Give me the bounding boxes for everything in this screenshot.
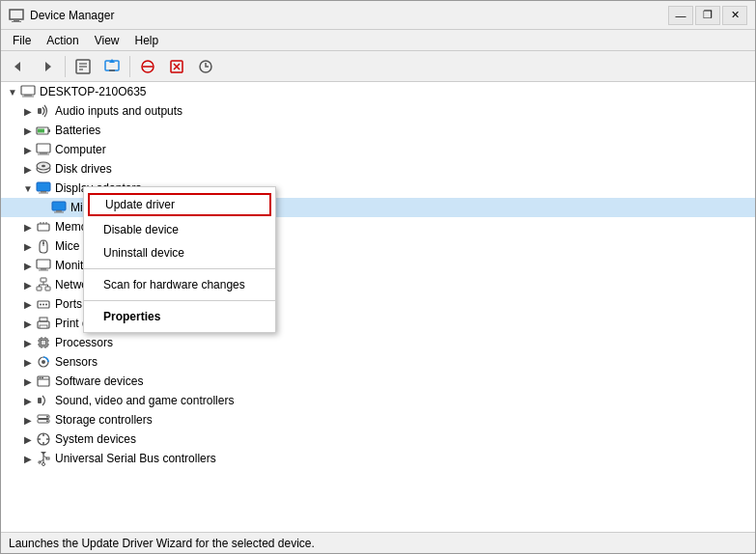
sensors-label: Sensors: [55, 355, 98, 369]
tree-item-software[interactable]: ▶ Software devices: [1, 372, 755, 391]
svg-rect-44: [41, 268, 46, 270]
svg-marker-4: [45, 62, 51, 71]
svg-rect-47: [37, 287, 42, 291]
menu-help[interactable]: Help: [127, 32, 167, 49]
svg-rect-48: [45, 287, 50, 291]
sound-label: Sound, video and game controllers: [55, 394, 234, 407]
svg-rect-37: [38, 224, 49, 231]
usb-label: Universal Serial Bus controllers: [55, 452, 216, 465]
tree-root[interactable]: ▼ DESKTOP-210O635: [1, 82, 755, 101]
svg-rect-2: [12, 21, 21, 22]
window-title: Device Manager: [30, 9, 668, 22]
network-icon: [36, 277, 51, 292]
print-expand: ▶: [20, 316, 36, 331]
status-bar: Launches the Update Driver Wizard for th…: [1, 532, 755, 553]
tree-item-sound[interactable]: ▶ Sound, video and game controllers: [1, 391, 755, 410]
svg-point-79: [46, 416, 48, 418]
context-menu: Update driver Disable device Uninstall d…: [83, 186, 276, 333]
system-icon: [36, 431, 51, 447]
device-manager-window: Device Manager — ❐ ✕ File Action View He…: [0, 0, 756, 554]
memory-expand: ▶: [20, 219, 36, 235]
menu-view[interactable]: View: [87, 32, 127, 49]
update-driver-button[interactable]: [98, 54, 126, 79]
processor-icon: [36, 335, 51, 350]
ctx-update-driver[interactable]: Update driver: [88, 193, 271, 216]
computer-icon: [20, 84, 36, 99]
svg-rect-46: [41, 278, 46, 282]
monitors-expand: ▶: [20, 258, 36, 273]
svg-rect-35: [56, 210, 62, 212]
system-label: System devices: [55, 432, 136, 446]
disk-expand: ▶: [20, 161, 36, 177]
ctx-disable-device[interactable]: Disable device: [84, 218, 275, 241]
print-icon: [36, 316, 51, 331]
menu-action[interactable]: Action: [39, 32, 86, 49]
svg-rect-43: [37, 260, 50, 268]
ctx-uninstall-device[interactable]: Uninstall device: [84, 241, 275, 264]
ctx-properties[interactable]: Properties: [84, 305, 275, 328]
software-expand: ▶: [20, 374, 36, 389]
properties-button[interactable]: [70, 54, 97, 79]
storage-icon: [36, 412, 51, 428]
svg-rect-0: [10, 10, 23, 19]
tree-item-system[interactable]: ▶ System devices: [1, 429, 755, 449]
mice-expand: ▶: [20, 238, 36, 254]
tree-item-audio[interactable]: ▶ Audio inputs and outputs: [1, 101, 755, 121]
scan-button[interactable]: [192, 54, 219, 79]
svg-point-56: [45, 304, 47, 306]
tree-item-batteries[interactable]: ▶ Batteries: [1, 121, 755, 140]
storage-expand: ▶: [20, 412, 36, 428]
svg-rect-58: [40, 318, 47, 321]
menu-file[interactable]: File: [5, 32, 39, 49]
monitors-icon: [36, 258, 51, 273]
svg-rect-34: [52, 202, 66, 210]
tree-item-usb[interactable]: ▶ Universal Serial Bus controllers: [1, 449, 755, 468]
tree-item-processors[interactable]: ▶ Processors: [1, 333, 755, 352]
computer-expand: ▶: [20, 142, 36, 157]
svg-rect-33: [39, 193, 48, 194]
svg-rect-76: [38, 398, 42, 403]
ctx-update-driver-label: Update driver: [105, 198, 175, 211]
computer-label: Computer: [55, 143, 106, 156]
svg-rect-31: [37, 182, 50, 191]
ports-expand: ▶: [20, 296, 36, 312]
usb-icon: [36, 451, 51, 466]
batteries-label: Batteries: [55, 124, 100, 137]
ctx-disable-label: Disable device: [103, 223, 179, 236]
svg-rect-20: [22, 97, 34, 97]
audio-icon: [36, 103, 51, 119]
device-tree[interactable]: ▼ DESKTOP-210O635 ▶: [1, 82, 755, 532]
tree-item-disk[interactable]: ▶ Disk drives: [1, 159, 755, 179]
close-button[interactable]: ✕: [722, 6, 747, 25]
window-controls: — ❐ ✕: [668, 6, 747, 25]
svg-marker-3: [14, 62, 20, 71]
uninstall-button[interactable]: [163, 54, 190, 79]
root-expand-arrow: ▼: [5, 84, 20, 99]
svg-rect-36: [54, 212, 64, 213]
svg-rect-59: [40, 325, 47, 328]
svg-point-92: [42, 463, 45, 466]
minimize-button[interactable]: —: [668, 6, 693, 25]
tree-item-sensors[interactable]: ▶ Sensors: [1, 352, 755, 372]
sound-icon: [36, 393, 51, 408]
display-sub-expand: [36, 200, 51, 215]
back-button[interactable]: [5, 54, 32, 79]
svg-point-42: [42, 242, 44, 244]
forward-button[interactable]: [34, 54, 61, 79]
ctx-scan[interactable]: Scan for hardware changes: [84, 273, 275, 296]
restore-button[interactable]: ❐: [695, 6, 720, 25]
tree-item-storage[interactable]: ▶ Storage controllers: [1, 410, 755, 429]
tree-item-computer[interactable]: ▶ Computer: [1, 140, 755, 159]
svg-rect-45: [39, 270, 48, 271]
root-label: DESKTOP-210O635: [40, 85, 147, 98]
svg-marker-87: [41, 452, 46, 455]
main-content: ▼ DESKTOP-210O635 ▶: [1, 82, 755, 532]
svg-rect-24: [38, 129, 44, 133]
disable-button[interactable]: [134, 54, 161, 79]
svg-rect-18: [21, 86, 35, 95]
menu-bar: File Action View Help: [1, 30, 755, 51]
audio-label: Audio inputs and outputs: [55, 104, 182, 118]
svg-rect-26: [40, 152, 47, 154]
network-expand: ▶: [20, 277, 36, 292]
display-icon: [36, 180, 51, 196]
